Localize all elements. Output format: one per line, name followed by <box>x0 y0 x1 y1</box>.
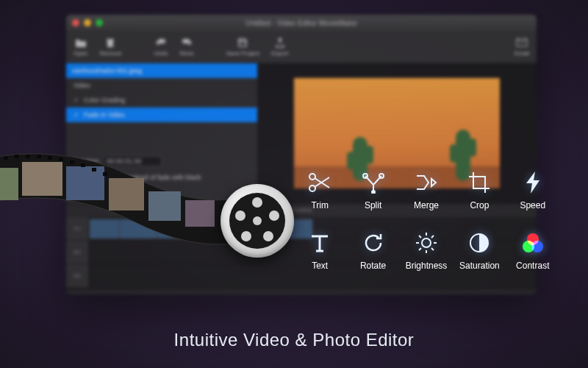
duration-label: Duration <box>74 158 98 165</box>
opacity-checkbox-row[interactable]: Adjust opacity instead of fade with blac… <box>66 171 257 184</box>
panel-tab[interactable]: xaixhoushadui-001.jpeg <box>66 63 257 78</box>
save-project-button[interactable]: Save Project <box>226 37 259 57</box>
email-button[interactable]: Email <box>514 37 529 57</box>
svg-rect-13 <box>48 156 52 160</box>
merge-icon <box>413 169 440 196</box>
feature-contrast: Contrast <box>507 230 559 271</box>
properties-panel: xaixhoushadui-001.jpeg Video ✓Color Grad… <box>66 63 257 203</box>
toolbar: Open Remove Undo Redo Save Project Expor… <box>66 31 537 63</box>
feature-brightness: Brightness <box>401 230 452 271</box>
feature-crop: Crop <box>453 169 505 210</box>
svg-rect-9 <box>4 156 8 160</box>
open-button[interactable]: Open <box>74 37 88 57</box>
tagline: Intuitive Video & Photo Editor <box>0 330 588 350</box>
undo-button[interactable]: Undo <box>154 37 168 57</box>
undo-icon <box>154 37 168 49</box>
crop-icon <box>466 169 492 196</box>
rotate-icon <box>360 230 387 256</box>
mail-icon <box>515 37 528 49</box>
saturation-icon <box>466 230 492 256</box>
svg-rect-11 <box>26 155 30 158</box>
feature-merge: Merge <box>401 169 452 210</box>
feature-trim: Trim <box>294 169 345 210</box>
brightness-icon <box>413 230 440 256</box>
redo-button[interactable]: Redo <box>180 37 194 57</box>
clip[interactable] <box>90 219 119 238</box>
feature-saturation: Saturation <box>453 230 505 271</box>
svg-rect-1 <box>0 168 18 200</box>
feature-rotate: Rotate <box>347 230 398 271</box>
svg-rect-14 <box>59 158 63 161</box>
feature-split: Split <box>347 169 398 210</box>
save-icon <box>236 37 249 49</box>
svg-rect-10 <box>15 155 19 158</box>
effect-item-fade-in[interactable]: ✓Fade In Video <box>66 107 257 122</box>
feature-text: Text <box>294 230 345 271</box>
duration-input[interactable] <box>103 156 162 166</box>
svg-point-23 <box>372 191 375 194</box>
text-icon <box>306 230 333 256</box>
svg-rect-12 <box>37 155 41 158</box>
scissors-icon <box>306 169 333 196</box>
export-icon <box>273 37 287 49</box>
trash-icon <box>104 37 117 49</box>
lightning-icon <box>520 169 546 196</box>
export-button[interactable]: Export <box>271 37 288 57</box>
contrast-icon <box>520 230 546 256</box>
remove-button[interactable]: Remove <box>100 37 122 57</box>
feature-speed: Speed <box>507 169 559 210</box>
window-title: Untitled - Video Editor MovieMator <box>66 19 537 27</box>
svg-point-28 <box>531 241 543 252</box>
redo-icon <box>180 37 193 49</box>
svg-point-24 <box>422 238 431 247</box>
titlebar: Untitled - Video Editor MovieMator <box>66 15 537 31</box>
clip[interactable] <box>157 219 190 238</box>
duration-row: Duration <box>66 152 257 171</box>
svg-rect-2 <box>22 162 62 196</box>
panel-section-label: Video <box>66 78 257 93</box>
folder-icon <box>74 37 87 49</box>
film-reel-icon <box>220 184 294 258</box>
checkbox-icon[interactable] <box>74 174 81 181</box>
clip[interactable] <box>120 219 157 238</box>
effect-item-color-grading[interactable]: ✓Color Grading <box>66 93 257 107</box>
split-icon <box>360 169 387 196</box>
feature-grid: Trim Split Merge Crop Speed Text <box>294 169 559 271</box>
